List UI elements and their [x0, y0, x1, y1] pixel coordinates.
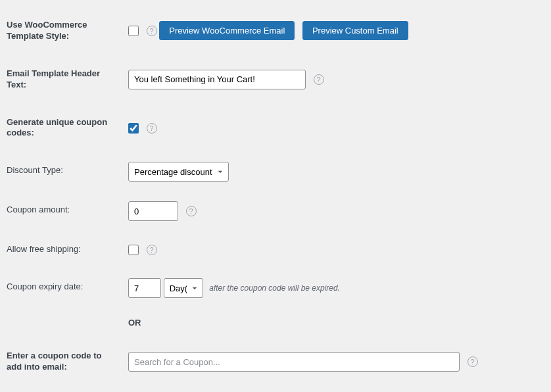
free-shipping-label: Allow free shipping:: [7, 231, 122, 268]
discount-type-label: Discount Type:: [7, 152, 122, 191]
preview-custom-email-button[interactable]: Preview Custom Email: [302, 21, 408, 40]
use-template-label: Use WooCommerce Template Style:: [7, 7, 122, 55]
generate-coupon-label: Generate unique coupon codes:: [7, 104, 122, 153]
help-icon[interactable]: [186, 206, 197, 216]
expiry-unit-select[interactable]: Day(s): [164, 278, 203, 298]
expiry-label: Coupon expiry date:: [7, 268, 122, 308]
coupon-search-input[interactable]: [128, 352, 460, 372]
coupon-amount-input[interactable]: [128, 201, 178, 221]
use-template-checkbox[interactable]: [128, 26, 139, 36]
help-icon[interactable]: [147, 123, 157, 134]
help-icon[interactable]: [467, 356, 478, 367]
expiry-hint: after the coupon code will be expired.: [209, 283, 340, 293]
generate-coupon-checkbox[interactable]: [128, 123, 139, 134]
help-icon[interactable]: [314, 74, 324, 85]
coupon-amount-label: Coupon amount:: [7, 191, 122, 231]
free-shipping-checkbox[interactable]: [128, 245, 139, 255]
expiry-value-input[interactable]: [128, 278, 161, 298]
discount-type-select[interactable]: Percentage discount: [128, 162, 229, 182]
help-icon[interactable]: [147, 245, 157, 255]
header-text-label: Email Template Header Text:: [7, 55, 122, 104]
test-email-label: Send a test email to:: [7, 386, 122, 392]
coupon-search-label: Enter a coupon code to add into email:: [7, 337, 122, 386]
help-icon[interactable]: [147, 26, 157, 36]
preview-woo-email-button[interactable]: Preview WooCommerce Email: [159, 21, 295, 40]
header-text-input[interactable]: [128, 70, 306, 89]
or-text: OR: [122, 308, 544, 337]
